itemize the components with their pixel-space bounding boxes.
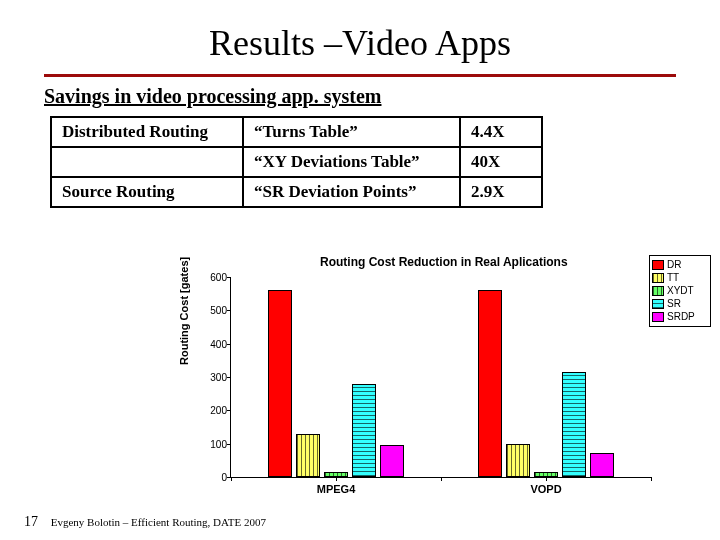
slide-footer: 17 Evgeny Bolotin – Efficient Routing, D… [24,514,266,530]
legend-item: SRDP [652,311,708,323]
slide-subtitle: Savings in video processing app. system [44,85,676,108]
table-row: “XY Deviations Table” 40X [51,147,542,177]
bar-chart: Routing Cost Reduction in Real Aplicatio… [170,255,715,515]
legend-swatch [652,312,664,322]
table-row: Source Routing “SR Deviation Points” 2.9… [51,177,542,207]
x-tick-label: VOPD [530,483,561,495]
cell: Distributed Routing [51,117,243,147]
y-tick-label: 400 [197,338,227,349]
table-row: Distributed Routing “Turns Table” 4.4X [51,117,542,147]
x-tick-label: MPEG4 [317,483,356,495]
legend-item: XYDT [652,285,708,297]
cell: 4.4X [460,117,542,147]
legend-swatch [652,286,664,296]
y-axis-label: Routing Cost [gates] [178,257,190,365]
chart-title: Routing Cost Reduction in Real Aplicatio… [320,255,568,269]
bar [380,445,404,477]
savings-table: Distributed Routing “Turns Table” 4.4X “… [50,116,543,208]
legend-label: DR [667,259,681,271]
legend-label: XYDT [667,285,694,297]
legend-swatch [652,299,664,309]
y-tick-label: 500 [197,305,227,316]
plot-area: 0100200300400500600MPEG4VOPD [230,277,651,478]
y-tick-label: 200 [197,405,227,416]
slide-title: Results –Video Apps [0,0,720,74]
legend-item: DR [652,259,708,271]
page-number: 17 [24,514,38,529]
y-tick-label: 300 [197,372,227,383]
bar [506,444,530,477]
bar [352,384,376,477]
cell [51,147,243,177]
cell: “Turns Table” [243,117,460,147]
y-tick-label: 600 [197,272,227,283]
title-rule [44,74,676,77]
bar [296,434,320,477]
bar [562,372,586,477]
legend-swatch [652,260,664,270]
cell: “XY Deviations Table” [243,147,460,177]
chart-legend: DRTTXYDTSRSRDP [649,255,711,327]
y-tick-label: 0 [197,472,227,483]
legend-label: SR [667,298,681,310]
bar [590,453,614,477]
legend-item: SR [652,298,708,310]
cell: “SR Deviation Points” [243,177,460,207]
legend-label: TT [667,272,679,284]
bar [478,290,502,477]
legend-label: SRDP [667,311,695,323]
bar [268,290,292,477]
footer-text: Evgeny Bolotin – Efficient Routing, DATE… [51,516,266,528]
y-tick-label: 100 [197,438,227,449]
legend-swatch [652,273,664,283]
legend-item: TT [652,272,708,284]
cell: Source Routing [51,177,243,207]
cell: 40X [460,147,542,177]
cell: 2.9X [460,177,542,207]
